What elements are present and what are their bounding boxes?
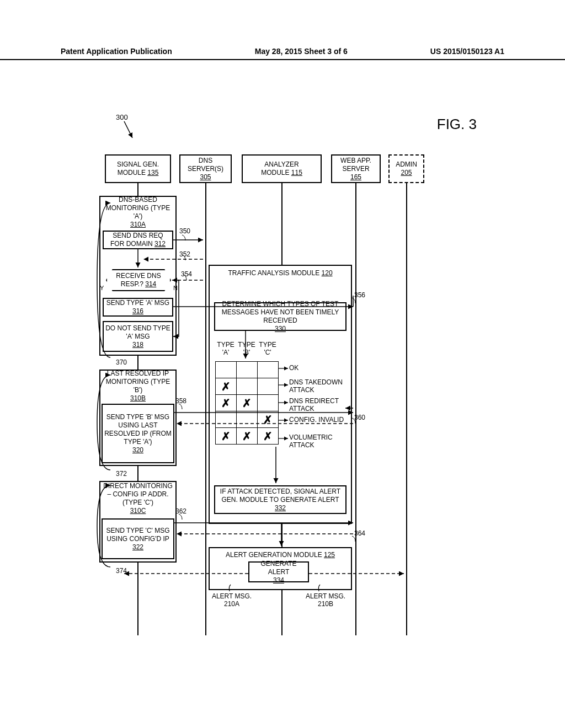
ref-360: 360 <box>354 414 365 421</box>
tam-signal-alert-text: IF ATTACK DETECTED, SIGNAL ALERT GEN. MO… <box>217 488 344 504</box>
lane-admin: ADMIN 205 <box>388 154 424 183</box>
row-config: ✗ <box>216 411 279 428</box>
tbl-hdr-C: TYPE 'C' <box>257 341 278 356</box>
lane-siggen-ref: 135 <box>147 169 158 176</box>
label-N: N <box>173 285 178 291</box>
typeA-title-ref: 310A <box>130 221 146 229</box>
typeC-send-ref: 322 <box>132 543 143 552</box>
typeA-send-req: SEND DNS REQ FOR DOMAIN 312 <box>103 231 173 249</box>
ref-358: 358 <box>175 397 186 405</box>
figure-title: FIG. 3 <box>437 116 477 133</box>
tam-title-ref: 120 <box>322 269 333 277</box>
typeB-send: SEND TYPE 'B' MSG USING LAST RESOLVED IP… <box>102 404 174 463</box>
svg-line-0 <box>124 121 132 138</box>
ref-354: 354 <box>181 270 192 278</box>
typeB-send-ref: 320 <box>132 446 143 454</box>
ref-372: 372 <box>116 470 127 478</box>
hdr-left: Patent Application Publication <box>61 47 172 56</box>
agm-msgA: ALERT MSG. 210A <box>210 592 254 608</box>
lane-analyzer: ANALYZER MODULE 115 <box>242 154 322 183</box>
label-Y: Y <box>100 285 104 291</box>
lane-analyzer-l1: ANALYZER <box>264 160 299 169</box>
agm-generate: GENERATE ALERT 334 <box>248 561 309 582</box>
tam-title-text: TRAFFIC ANALYSIS MODULE <box>228 269 319 277</box>
typeA-receive-diamond: RECEIVE DNS RESP.? 314 <box>106 269 171 291</box>
tbl-hdr-B: TYPE 'B' <box>236 341 257 356</box>
tam-signal-alert-ref: 332 <box>275 504 286 512</box>
tam-determine-ref: 330 <box>275 325 286 333</box>
lane-dns-l2: SERVER(S) <box>188 165 223 173</box>
lane-line-dns <box>205 183 206 635</box>
hdr-mid: May 28, 2015 Sheet 3 of 6 <box>255 47 348 56</box>
lane-webapp-ref: 165 <box>350 173 361 181</box>
typeB-title: LAST RESOLVED IP MONITORING (TYPE 'B') 3… <box>102 371 174 402</box>
agm-gen-text: GENERATE ALERT <box>251 560 306 576</box>
typeC-title: DIRECT MONITORING – CONFIG IP ADDR. (TYP… <box>102 482 174 515</box>
lane-dns-l1: DNS <box>199 157 212 165</box>
agm-gen-ref: 334 <box>273 576 284 585</box>
lane-dns-ref: 305 <box>200 173 211 181</box>
typeA-send-msg-text: SEND TYPE 'A' MSG <box>106 299 169 307</box>
tam-determine-text: DETERMINE WHICH TYPES OF TEST MESSAGES H… <box>217 300 344 325</box>
lane-webapp-l2: SERVER <box>342 165 369 173</box>
row-volume-lbl: VOLUMETRIC ATTACK <box>289 433 344 449</box>
typeC-title-ref: 310C <box>130 507 146 515</box>
row-redirect: ✗✗ <box>216 395 279 411</box>
typeB-title-ref: 310B <box>130 394 146 403</box>
row-ok-lbl: OK <box>289 364 299 372</box>
tbl-hdr-A: TYPE 'A' <box>215 341 236 356</box>
typeA-dont-send-text: DO NOT SEND TYPE 'A' MSG <box>105 324 170 341</box>
typeC-send-text: SEND TYPE 'C' MSG USING CONFIG'D IP <box>104 527 172 543</box>
ref-356: 356 <box>354 291 365 299</box>
typeA-send-req-ref: 312 <box>154 240 166 248</box>
lane-webapp: WEB APP. SERVER 165 <box>331 154 381 183</box>
row-ok <box>216 362 279 378</box>
lane-line-admin <box>406 183 407 635</box>
lane-webapp-l1: WEB APP. <box>340 157 371 165</box>
ref-350: 350 <box>179 227 190 235</box>
typeA-title: DNS-BASED MONITORING (TYPE 'A') 310A <box>102 197 174 228</box>
ref-300: 300 <box>116 113 128 121</box>
lane-dns: DNS SERVER(S) 305 <box>179 154 232 183</box>
row-redirect-lbl: DNS REDIRECT ATTACK <box>289 397 344 413</box>
tam-table: ✗ ✗✗ ✗ ✗✗✗ <box>215 361 279 445</box>
typeA-dont-send: DO NOT SEND TYPE 'A' MSG 318 <box>103 321 173 352</box>
typeA-dont-send-ref: 318 <box>132 341 143 349</box>
typeA-send-msg-ref: 316 <box>132 307 143 315</box>
tam-signal-alert: IF ATTACK DETECTED, SIGNAL ALERT GEN. MO… <box>214 485 347 514</box>
row-takedown: ✗ <box>216 378 279 395</box>
typeA-title-text: DNS-BASED MONITORING (TYPE 'A') <box>103 196 173 221</box>
ref-362: 362 <box>175 507 186 515</box>
ref-352: 352 <box>179 250 190 258</box>
lane-analyzer-ref: 115 <box>291 169 302 176</box>
row-config-lbl: CONFIG. INVALID <box>289 416 344 424</box>
agm-title-ref: 125 <box>324 551 335 559</box>
lane-admin-l1: ADMIN <box>396 160 417 169</box>
typeA-receive-ref: 314 <box>145 280 156 288</box>
agm-title-text: ALERT GENERATION MODULE <box>226 551 322 559</box>
row-takedown-lbl: DNS TAKEDOWN ATTACK <box>289 378 344 394</box>
lane-analyzer-l2: MODULE <box>261 169 289 176</box>
typeA-send-msg: SEND TYPE 'A' MSG 316 <box>103 298 173 317</box>
agm-msgB: ALERT MSG. 210B <box>303 592 348 608</box>
ref-374: 374 <box>116 567 127 575</box>
ref-370: 370 <box>116 358 127 366</box>
page-header: Patent Application Publication May 28, 2… <box>0 47 565 60</box>
lane-line-webapp <box>355 183 356 635</box>
tam-determine: DETERMINE WHICH TYPES OF TEST MESSAGES H… <box>214 302 347 331</box>
typeC-title-text: DIRECT MONITORING – CONFIG IP ADDR. (TYP… <box>103 482 173 507</box>
hdr-right: US 2015/0150123 A1 <box>430 47 504 56</box>
lane-admin-ref: 205 <box>401 169 412 177</box>
lane-siggen-l2: MODULE <box>118 169 146 176</box>
row-volume: ✗✗✗ <box>216 428 279 445</box>
typeB-title-text: LAST RESOLVED IP MONITORING (TYPE 'B') <box>103 370 173 394</box>
ref-364: 364 <box>354 529 365 537</box>
lane-siggen: SIGNAL GEN. MODULE 135 <box>105 154 171 183</box>
typeC-send: SEND TYPE 'C' MSG USING CONFIG'D IP 322 <box>102 518 174 559</box>
typeB-send-text: SEND TYPE 'B' MSG USING LAST RESOLVED IP… <box>104 413 172 446</box>
lane-siggen-l1: SIGNAL GEN. <box>117 160 159 169</box>
